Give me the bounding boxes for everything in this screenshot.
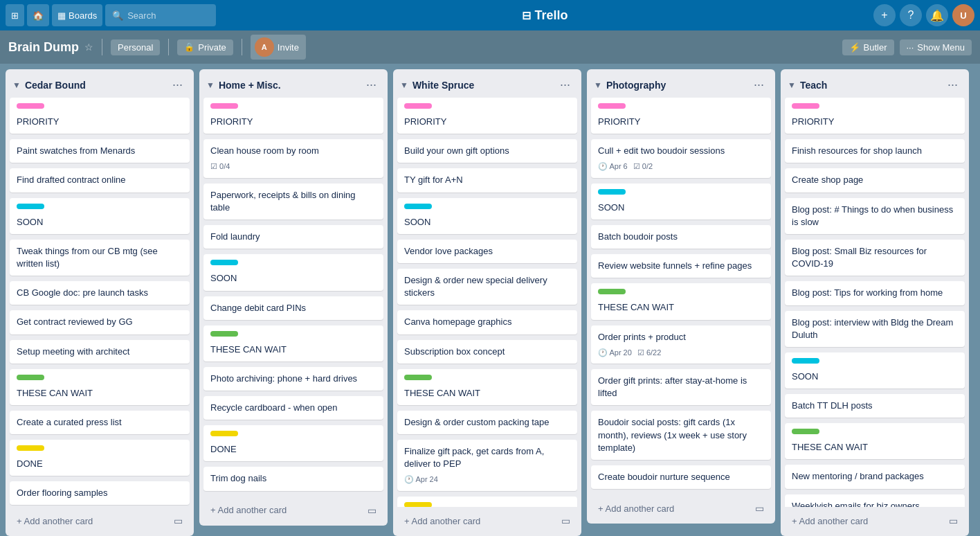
table-row[interactable]: Recycle cardboard - when open bbox=[203, 396, 383, 420]
workspace-button[interactable]: Personal bbox=[111, 39, 160, 55]
table-row[interactable]: PRIORITY bbox=[203, 98, 383, 134]
add-card-label: + Add another card bbox=[17, 516, 93, 526]
table-row[interactable]: PRIORITY bbox=[10, 98, 190, 134]
card-icon: ▭ bbox=[949, 515, 958, 526]
table-row[interactable]: SOON bbox=[785, 352, 965, 388]
card-title: Build your own gift options bbox=[404, 145, 570, 157]
table-row[interactable]: THESE CAN WAIT bbox=[10, 369, 190, 405]
table-row[interactable]: DONE bbox=[10, 440, 190, 476]
table-row[interactable]: Blog post: interview with Bldg the Dream… bbox=[785, 311, 965, 347]
table-row[interactable]: Batch TT DLH posts bbox=[785, 394, 965, 418]
table-row[interactable]: TY gift for A+N bbox=[397, 168, 577, 192]
visibility-button[interactable]: 🔒 Private bbox=[177, 39, 233, 55]
list-menu-button-cedar-bound[interactable]: ··· bbox=[168, 76, 187, 93]
user-avatar[interactable]: U bbox=[952, 4, 974, 26]
table-row[interactable] bbox=[397, 497, 577, 507]
collapse-icon[interactable]: ▼ bbox=[788, 80, 796, 90]
table-row[interactable]: Batch boudoir posts bbox=[591, 225, 771, 249]
table-row[interactable]: Find drafted contract online bbox=[10, 168, 190, 192]
table-row[interactable]: Get contract reviewed by GG bbox=[10, 310, 190, 334]
table-row[interactable]: Cull + edit two boudoir sessions🕐 Apr 6☑… bbox=[591, 139, 771, 178]
show-menu-button[interactable]: ··· Show Menu bbox=[900, 39, 972, 55]
table-row[interactable]: New mentoring / brand packages bbox=[785, 465, 965, 488]
table-row[interactable]: Create shop page bbox=[785, 168, 965, 192]
collapse-icon[interactable]: ▼ bbox=[206, 80, 215, 90]
list-menu-button-photography[interactable]: ··· bbox=[750, 76, 768, 93]
list-footer-home-misc: + Add another card▭ bbox=[199, 497, 388, 526]
boards-button[interactable]: ▦ Boards bbox=[52, 4, 102, 26]
table-row[interactable]: PRIORITY bbox=[591, 98, 771, 134]
butler-button[interactable]: ⚡ Butler bbox=[842, 39, 894, 55]
label-cyan bbox=[17, 204, 44, 209]
table-row[interactable]: Clean house room by room☑ 0/4 bbox=[203, 139, 383, 178]
table-row[interactable]: Boudoir social posts: gift cards (1x mon… bbox=[591, 411, 771, 460]
table-row[interactable]: Order prints + product🕐 Apr 20☑ 6/22 bbox=[591, 325, 771, 364]
collapse-icon[interactable]: ▼ bbox=[594, 80, 602, 90]
table-row[interactable]: THESE CAN WAIT bbox=[397, 369, 577, 405]
collapse-icon[interactable]: ▼ bbox=[12, 80, 21, 90]
table-row[interactable]: Create boudoir nurture sequence bbox=[591, 465, 771, 489]
add-card-button[interactable]: + Add another card▭ bbox=[786, 511, 963, 530]
table-row[interactable]: PRIORITY bbox=[397, 98, 577, 134]
table-row[interactable]: Blog post: Small Biz resources for COVID… bbox=[785, 240, 965, 276]
list-title-white-spruce: ▼White Spruce bbox=[400, 80, 474, 91]
add-button[interactable]: + bbox=[873, 4, 896, 26]
table-row[interactable]: THESE CAN WAIT bbox=[591, 283, 771, 319]
table-row[interactable]: Subscription box concept bbox=[397, 340, 577, 364]
home-button[interactable]: 🏠 bbox=[27, 4, 49, 26]
table-row[interactable]: Vendor love packages bbox=[397, 240, 577, 263]
table-row[interactable]: SOON bbox=[203, 254, 383, 290]
star-icon[interactable]: ☆ bbox=[84, 42, 93, 53]
table-row[interactable]: Build your own gift options bbox=[397, 139, 577, 163]
table-row[interactable]: Design & order custom packing tape bbox=[397, 411, 577, 434]
table-row[interactable]: Photo archiving: phone + hard drives bbox=[203, 367, 383, 391]
table-row[interactable]: Create a curated press list bbox=[10, 411, 190, 434]
table-row[interactable]: Paperwork, receipts & bills on dining ta… bbox=[203, 184, 383, 220]
notifications-button[interactable]: 🔔 bbox=[926, 4, 948, 26]
table-row[interactable]: Setup meeting with architect bbox=[10, 340, 190, 364]
table-row[interactable]: SOON bbox=[591, 184, 771, 220]
table-row[interactable]: Trim dog nails bbox=[203, 467, 383, 490]
table-row[interactable]: Blog post: # Things to do when business … bbox=[785, 198, 965, 234]
add-card-button[interactable]: + Add another card▭ bbox=[205, 501, 382, 520]
list-menu-button-white-spruce[interactable]: ··· bbox=[556, 76, 574, 93]
card-label-row bbox=[210, 103, 376, 113]
add-card-button[interactable]: + Add another card▭ bbox=[592, 499, 770, 518]
table-row[interactable]: Order gift prints: after stay-at-home is… bbox=[591, 369, 771, 405]
table-row[interactable]: CB Google doc: pre launch tasks bbox=[10, 281, 190, 305]
table-row[interactable]: Design & order new special delivery stic… bbox=[397, 269, 577, 305]
card-title: PRIORITY bbox=[210, 116, 376, 128]
add-card-button[interactable]: + Add another card▭ bbox=[11, 511, 188, 530]
table-row[interactable]: Order flooring samples bbox=[10, 481, 190, 505]
table-row[interactable]: THESE CAN WAIT bbox=[785, 423, 965, 459]
table-row[interactable]: DONE bbox=[203, 425, 383, 461]
grid-menu-button[interactable]: ⊞ bbox=[6, 4, 24, 26]
invite-button[interactable]: A Invite bbox=[251, 35, 306, 60]
table-row[interactable]: Tweak things from our CB mtg (see writte… bbox=[10, 240, 190, 276]
card-label-row bbox=[404, 375, 570, 384]
info-button[interactable]: ? bbox=[900, 4, 922, 26]
board-title[interactable]: Brain Dump bbox=[8, 40, 79, 55]
list-menu-button-teach[interactable]: ··· bbox=[943, 76, 962, 93]
add-card-button[interactable]: + Add another card▭ bbox=[399, 511, 576, 530]
table-row[interactable]: Weeklyish emails for biz owners bbox=[785, 494, 965, 507]
collapse-icon[interactable]: ▼ bbox=[400, 80, 408, 90]
list-menu-button-home-misc[interactable]: ··· bbox=[362, 76, 381, 93]
table-row[interactable]: Paint swatches from Menards bbox=[10, 139, 190, 163]
list-cards-photography: PRIORITYCull + edit two boudoir sessions… bbox=[587, 98, 775, 494]
table-row[interactable]: Blog post: Tips for working from home bbox=[785, 281, 965, 305]
table-row[interactable]: THESE CAN WAIT bbox=[203, 325, 383, 361]
table-row[interactable]: Finish resources for shop launch bbox=[785, 139, 965, 163]
card-title: Paperwork, receipts & bills on dining ta… bbox=[210, 189, 376, 214]
card-title: Canva homepage graphics bbox=[404, 316, 570, 328]
table-row[interactable]: Change debit card PINs bbox=[203, 296, 383, 320]
card-title: Blog post: interview with Bldg the Dream… bbox=[792, 316, 958, 341]
table-row[interactable]: PRIORITY bbox=[785, 98, 965, 134]
table-row[interactable]: Canva homepage graphics bbox=[397, 310, 577, 334]
table-row[interactable]: Fold laundry bbox=[203, 225, 383, 249]
table-row[interactable]: Review website funnels + refine pages bbox=[591, 254, 771, 278]
search-bar[interactable]: 🔍 Search bbox=[105, 4, 216, 26]
table-row[interactable]: SOON bbox=[397, 198, 577, 234]
table-row[interactable]: SOON bbox=[10, 198, 190, 234]
table-row[interactable]: Finalize gift pack, get cards from A, de… bbox=[397, 440, 577, 491]
